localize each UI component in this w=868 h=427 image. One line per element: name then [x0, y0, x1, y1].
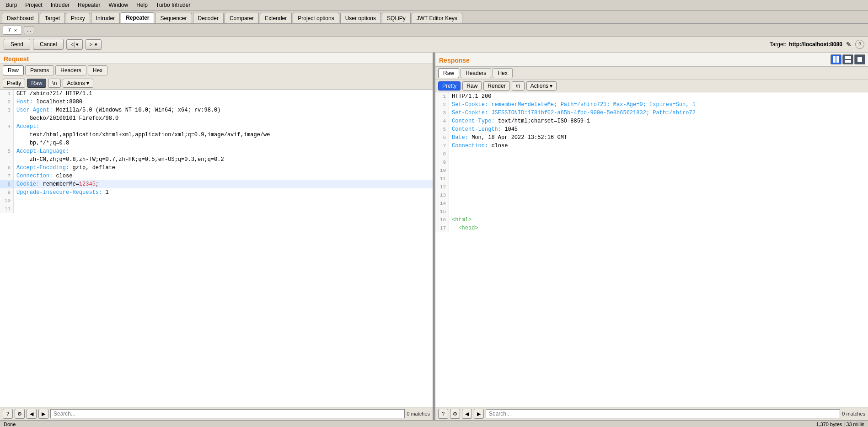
request-search-settings-icon[interactable]: ⚙	[15, 409, 25, 419]
request-search-input[interactable]	[50, 409, 405, 418]
code-line: 15	[435, 208, 868, 216]
menu-turbo-intruder[interactable]: Turbo Intruder	[152, 1, 194, 9]
response-match-count: 0 matches	[842, 411, 865, 416]
request-view-tabs: Raw Params Headers Hex	[0, 64, 433, 77]
code-line: 13	[435, 191, 868, 199]
svg-rect-1	[836, 56, 839, 63]
response-search-help-icon[interactable]: ?	[438, 409, 448, 419]
layout-split-h-button[interactable]	[830, 54, 841, 64]
response-editor-render[interactable]: Render	[483, 81, 509, 91]
code-line: 16 <html>	[435, 216, 868, 224]
single-panel-icon	[857, 56, 863, 63]
request-search-prev-icon[interactable]: ◀	[27, 409, 37, 419]
layout-single-button[interactable]	[854, 54, 865, 64]
code-line-highlighted: 8 Cookie: rememberMe=12345;	[0, 180, 433, 188]
nav-back-dropdown-icon[interactable]: ▾	[74, 42, 79, 48]
tab-dashboard[interactable]: Dashboard	[2, 13, 39, 23]
menu-help[interactable]: Help	[133, 1, 151, 9]
response-search-bar: ? ⚙ ◀ ▶ 0 matches	[435, 407, 868, 420]
code-line: 10	[435, 166, 868, 175]
response-search-settings-icon[interactable]: ⚙	[450, 409, 460, 419]
status-bar: Done 1,370 bytes | 33 millis	[0, 420, 868, 427]
tab-user-options[interactable]: User options	[340, 13, 381, 23]
code-line: 11	[435, 175, 868, 183]
response-tab-headers[interactable]: Headers	[461, 68, 491, 78]
menu-repeater[interactable]: Repeater	[74, 1, 104, 9]
request-editor-raw[interactable]: Raw	[27, 79, 46, 88]
code-line: 4 Accept:	[0, 123, 433, 131]
nav-forward-group[interactable]: > ▾	[86, 39, 102, 50]
tab-intruder[interactable]: Intruder	[91, 13, 120, 23]
tab-jwt-editor[interactable]: JWT Editor Keys	[412, 13, 462, 23]
tab-sequencer[interactable]: Sequencer	[155, 13, 192, 23]
repeater-tab-close[interactable]: ×	[14, 28, 17, 33]
code-line: 3 User-Agent: Mozilla/5.0 (Windows NT 10…	[0, 106, 433, 114]
request-tab-params[interactable]: Params	[25, 65, 54, 75]
split-horizontal-icon	[833, 56, 839, 63]
response-tab-hex[interactable]: Hex	[493, 68, 512, 78]
response-editor-toolbar: Pretty Raw Render \n Actions ▾	[435, 80, 868, 92]
response-editor-newline[interactable]: \n	[512, 81, 525, 91]
menu-bar: Burp Project Intruder Repeater Window He…	[0, 0, 868, 11]
request-editor-pretty[interactable]: Pretty	[3, 79, 25, 88]
code-line: 2 Host: localhost:8080	[0, 98, 433, 106]
code-line: 14	[435, 199, 868, 208]
toolbar: Send Cancel < ▾ > ▾ Target: http://local…	[0, 37, 868, 53]
request-actions-button[interactable]: Actions ▾	[63, 79, 93, 88]
target-info: Target: http://localhost:8080 ✎ ?	[770, 40, 864, 49]
nav-forward-dropdown-icon[interactable]: ▾	[93, 42, 97, 48]
code-line: 6 Date: Mon, 18 Apr 2022 13:52:16 GMT	[435, 133, 868, 142]
menu-intruder[interactable]: Intruder	[47, 1, 73, 9]
response-actions-chevron: ▾	[550, 83, 552, 89]
code-line: 9	[435, 158, 868, 166]
code-line: text/html,application/xhtml+xml,applicat…	[0, 131, 433, 139]
request-search-bar: ? ⚙ ◀ ▶ 0 matches	[0, 407, 433, 420]
nav-forward-label: >	[90, 42, 92, 47]
response-title: Response	[435, 54, 828, 65]
response-search-input[interactable]	[486, 409, 840, 418]
request-search-next-icon[interactable]: ▶	[38, 409, 48, 419]
tab-target[interactable]: Target	[40, 13, 65, 23]
cancel-button[interactable]: Cancel	[33, 39, 64, 50]
tab-extender[interactable]: Extender	[260, 13, 292, 23]
response-editor-raw[interactable]: Raw	[462, 81, 482, 91]
repeater-tab-7[interactable]: 7 ×	[3, 26, 22, 35]
tab-proxy[interactable]: Proxy	[66, 13, 90, 23]
svg-rect-3	[845, 60, 851, 63]
request-search-help-icon[interactable]: ?	[3, 409, 13, 419]
request-tab-headers[interactable]: Headers	[55, 65, 86, 75]
target-edit-button[interactable]: ✎	[845, 40, 852, 49]
code-line: 1 GET /shiro721/ HTTP/1.1	[0, 90, 433, 98]
layout-split-v-button[interactable]	[842, 54, 853, 64]
tab-sqlipy[interactable]: SQLiPy	[382, 13, 411, 23]
request-match-count: 0 matches	[407, 411, 430, 416]
target-help-button[interactable]: ?	[855, 40, 864, 49]
send-button[interactable]: Send	[4, 39, 30, 50]
code-line: 5 Accept-Language:	[0, 147, 433, 155]
code-line: 6 Accept-Encoding: gzip, deflate	[0, 164, 433, 172]
tab-project-options[interactable]: Project options	[293, 13, 339, 23]
menu-project[interactable]: Project	[21, 1, 46, 9]
main-tab-bar: Dashboard Target Proxy Intruder Repeater…	[0, 11, 868, 24]
response-tab-raw[interactable]: Raw	[438, 68, 459, 78]
response-editor-pretty[interactable]: Pretty	[438, 81, 461, 91]
request-editor-newline[interactable]: \n	[48, 79, 61, 88]
request-code-editor[interactable]: 1 GET /shiro721/ HTTP/1.1 2 Host: localh…	[0, 90, 433, 407]
tab-comparer[interactable]: Comparer	[225, 13, 259, 23]
request-tab-raw[interactable]: Raw	[3, 65, 24, 75]
code-line: 4 Content-Type: text/html;charset=ISO-88…	[435, 117, 868, 125]
code-line: 12	[435, 183, 868, 191]
response-code-editor[interactable]: 1 HTTP/1.1 200 2 Set-Cookie: rememberMe=…	[435, 92, 868, 407]
tab-repeater[interactable]: Repeater	[121, 12, 154, 23]
response-search-prev-icon[interactable]: ◀	[462, 409, 472, 419]
response-search-next-icon[interactable]: ▶	[474, 409, 484, 419]
repeater-tab-bar: 7 × ...	[0, 24, 868, 37]
svg-rect-2	[845, 56, 851, 59]
menu-burp[interactable]: Burp	[2, 1, 21, 9]
repeater-tab-more[interactable]: ...	[24, 26, 34, 34]
menu-window[interactable]: Window	[105, 1, 132, 9]
tab-decoder[interactable]: Decoder	[193, 13, 224, 23]
request-tab-hex[interactable]: Hex	[88, 65, 107, 75]
response-actions-button[interactable]: Actions ▾	[526, 81, 557, 91]
nav-back-group[interactable]: < ▾	[66, 39, 82, 50]
